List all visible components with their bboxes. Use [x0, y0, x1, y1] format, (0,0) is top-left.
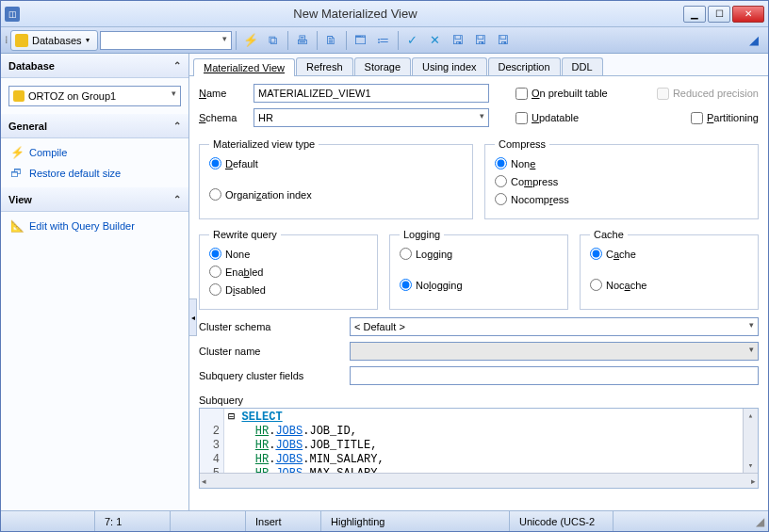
compress-nocompress-radio[interactable]: Nocompress	[495, 193, 748, 205]
settings-icon[interactable]: 🗔	[351, 30, 371, 51]
rewrite-legend: Rewrite query	[209, 229, 281, 240]
cache-group: Cache Cache Nocache	[580, 229, 759, 310]
rewrite-group: Rewrite query None Enabled Disabled	[199, 229, 378, 310]
line-gutter: 2345	[200, 409, 224, 473]
left-panel: Database ⌃ ORTOZ on Group1 General ⌃ ⚡ C…	[1, 54, 189, 510]
sql-code[interactable]: ⊟ SELECT HR.JOBS.JOB_ID, HR.JOBS.JOB_TIT…	[224, 409, 743, 473]
databases-button[interactable]: Databases ▾	[10, 30, 98, 51]
horizontal-scrollbar[interactable]: ◂▸	[200, 473, 758, 488]
subquery-fields-input[interactable]	[350, 366, 759, 385]
tabs: Materialized View Refresh Storage Using …	[189, 54, 768, 76]
print-icon[interactable]: 🖶	[292, 30, 313, 51]
reduced-checkbox: Reduced precision	[657, 88, 759, 100]
section-general-title: General	[8, 121, 47, 132]
database-icon	[13, 90, 25, 102]
mvtype-orgindex-radio[interactable]: Organization index	[209, 188, 463, 201]
cluster-schema-value: < Default >	[354, 321, 405, 332]
logging-nologging-radio[interactable]: Nologging	[400, 279, 558, 291]
saveall-icon[interactable]: 🖫	[470, 30, 491, 51]
statusbar: 7: 1 Insert Highlighting Unicode (UCS-2 …	[1, 510, 768, 531]
status-highlight: Highlighting	[321, 511, 510, 531]
copy-icon[interactable]: ⧉	[263, 30, 284, 51]
database-icon	[15, 34, 28, 47]
right-panel: Materialized View Refresh Storage Using …	[189, 54, 768, 510]
section-database-header[interactable]: Database ⌃	[1, 54, 188, 78]
restore-icon: 🗗	[10, 167, 24, 180]
section-view-header[interactable]: View ⌃	[1, 187, 188, 212]
edit-query-builder-link[interactable]: 📐 Edit with Query Builder	[1, 216, 188, 236]
rewrite-disabled-radio[interactable]: Disabled	[209, 283, 368, 296]
close-button[interactable]: ✕	[732, 6, 764, 23]
mvtype-default-radio[interactable]: Default	[209, 157, 463, 169]
form-area: Name On prebuilt table Reduced precision…	[189, 76, 768, 510]
collapse-icon: ⌃	[173, 60, 181, 71]
execute-icon[interactable]: ⚡	[240, 30, 261, 51]
schema-combo[interactable]: HR	[254, 108, 489, 127]
logging-legend: Logging	[400, 229, 444, 240]
cluster-name-combo[interactable]	[350, 342, 759, 361]
toolbar: ⁞ Databases ▾ ⚡ ⧉ 🖶 🗎 🗔 ≔ ✓ ✕ 🖫 🖫 🖫 ◢	[1, 27, 768, 54]
more-icon[interactable]: 🖫	[493, 30, 514, 51]
updatable-checkbox[interactable]: Updatable	[515, 112, 579, 124]
restore-link[interactable]: 🗗 Restore default size	[1, 163, 188, 184]
app-icon: ◫	[5, 7, 20, 22]
status-mode: Insert	[246, 511, 321, 531]
sql-editor[interactable]: 2345 ⊟ SELECT HR.JOBS.JOB_ID, HR.JOBS.JO…	[199, 408, 759, 489]
rewrite-none-radio[interactable]: None	[209, 248, 368, 260]
compile-link[interactable]: ⚡ Compile	[1, 142, 188, 163]
panel-collapse-button[interactable]: ◂	[189, 298, 197, 336]
save-icon[interactable]: 🖫	[448, 30, 468, 51]
toolbar-combo[interactable]	[100, 31, 232, 50]
window-title: New Materialized View	[27, 7, 683, 21]
section-view-title: View	[8, 194, 32, 205]
apply-icon[interactable]: ✓	[402, 30, 423, 51]
schema-label: Schema	[199, 112, 246, 123]
prebuilt-checkbox[interactable]: On prebuilt table	[515, 88, 608, 100]
name-input[interactable]	[254, 84, 489, 103]
cache-legend: Cache	[590, 229, 628, 240]
minimize-button[interactable]: ▁	[683, 6, 706, 23]
rewrite-enabled-radio[interactable]: Enabled	[209, 266, 368, 278]
toolbar-overflow-icon[interactable]: ◢	[744, 30, 764, 51]
list-icon[interactable]: ≔	[373, 30, 394, 51]
maximize-button[interactable]: ☐	[708, 6, 730, 23]
compile-label: Compile	[29, 147, 67, 158]
restore-label: Restore default size	[29, 168, 121, 179]
cluster-schema-combo[interactable]: < Default >	[350, 317, 759, 336]
section-general-header[interactable]: General ⌃	[1, 114, 188, 138]
schema-value: HR	[258, 112, 273, 123]
file-icon[interactable]: 🗎	[321, 30, 342, 51]
mvtype-group: Materialized view type Default Organizat…	[199, 138, 473, 219]
tab-ddl[interactable]: DDL	[562, 57, 603, 75]
collapse-icon: ⌃	[173, 194, 181, 204]
status-encoding: Unicode (UCS-2	[510, 511, 614, 531]
partitioning-checkbox[interactable]: Partitioning	[691, 112, 759, 124]
edit-qb-label: Edit with Query Builder	[29, 220, 135, 232]
mvtype-legend: Materialized view type	[209, 138, 319, 150]
cache-nocache-radio[interactable]: Nocache	[590, 279, 748, 291]
cluster-schema-label: Cluster schema	[199, 321, 350, 332]
main: Database ⌃ ORTOZ on Group1 General ⌃ ⚡ C…	[1, 54, 768, 510]
database-combo[interactable]: ORTOZ on Group1	[8, 86, 181, 106]
tab-storage[interactable]: Storage	[354, 57, 412, 75]
tab-refresh[interactable]: Refresh	[296, 57, 353, 75]
logging-group: Logging Logging Nologging	[389, 229, 568, 310]
compress-legend: Compress	[495, 138, 549, 150]
name-label: Name	[199, 88, 246, 99]
lightning-icon: ⚡	[10, 146, 24, 159]
tab-materialized-view[interactable]: Materialized View	[193, 58, 295, 76]
resize-grip[interactable]: ◢	[756, 515, 768, 528]
compress-compress-radio[interactable]: Compress	[495, 175, 748, 187]
tab-description[interactable]: Description	[488, 57, 561, 75]
databases-label: Databases	[32, 35, 82, 46]
cancel-icon[interactable]: ✕	[425, 30, 446, 51]
subquery-label: Subquery	[199, 395, 759, 406]
edit-icon: 📐	[10, 219, 24, 233]
compress-none-radio[interactable]: None	[495, 157, 748, 169]
vertical-scrollbar[interactable]: ▴▾	[743, 409, 758, 473]
cache-cache-radio[interactable]: Cache	[590, 248, 748, 260]
database-combo-value: ORTOZ on Group1	[28, 90, 116, 102]
tab-using-index[interactable]: Using index	[412, 57, 486, 75]
compress-group: Compress None Compress Nocompress	[484, 138, 759, 219]
logging-logging-radio[interactable]: Logging	[400, 248, 558, 260]
